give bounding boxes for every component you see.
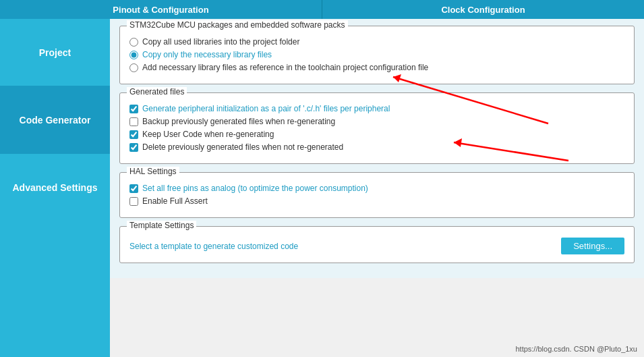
radio-add-reference-label: Add necessary library files as reference… xyxy=(142,63,428,72)
checkbox-keep-user-code-label: Keep User Code when re-generating xyxy=(142,130,274,139)
radio-copy-all[interactable] xyxy=(129,38,138,47)
radio-add-reference[interactable] xyxy=(129,63,138,72)
template-settings-section: Template Settings Select a template to g… xyxy=(119,226,635,263)
hal-checkbox-item-1: Set all free pins as analog (to optimize… xyxy=(129,184,624,193)
checkbox-delete-generated[interactable] xyxy=(129,143,138,152)
checkbox-generate-peripheral[interactable] xyxy=(129,105,138,113)
checkbox-backup-label: Backup previously generated files when r… xyxy=(142,117,335,126)
checkbox-delete-generated-label: Delete previously generated files when n… xyxy=(142,142,343,152)
hal-settings-section: HAL Settings Set all free pins as analog… xyxy=(119,172,635,218)
hal-settings-title: HAL Settings xyxy=(127,167,179,176)
watermark: https://blog.csdn. CSDN @Pluto_1xu xyxy=(515,345,637,353)
stm32cube-title: STM32Cube MCU packages and embedded soft… xyxy=(127,20,348,30)
stm32cube-radio-group: Copy all used libraries into the project… xyxy=(129,37,624,72)
content-area: STM32Cube MCU packages and embedded soft… xyxy=(110,19,644,278)
radio-copy-all-label: Copy all used libraries into the project… xyxy=(142,37,299,47)
checkbox-enable-full-assert[interactable] xyxy=(129,197,138,206)
generated-files-section: Generated files Generate peripheral init… xyxy=(119,92,635,164)
stm32cube-section: STM32Cube MCU packages and embedded soft… xyxy=(119,26,635,84)
checkbox-generate-peripheral-label: Generate peripheral initialization as a … xyxy=(142,104,390,113)
template-label: Select a template to generate customized… xyxy=(129,242,298,251)
checkbox-backup[interactable] xyxy=(129,117,138,126)
generated-files-checkbox-group: Generate peripheral initialization as a … xyxy=(129,104,624,152)
tab-clock[interactable]: Clock Configuration xyxy=(322,0,644,19)
sidebar-item-project[interactable]: Project xyxy=(0,19,110,86)
checkbox-free-pins[interactable] xyxy=(129,184,138,193)
checkbox-keep-user-code[interactable] xyxy=(129,130,138,139)
checkbox-free-pins-label: Set all free pins as analog (to optimize… xyxy=(142,184,368,193)
checkbox-item-2: Backup previously generated files when r… xyxy=(129,117,624,126)
checkbox-item-4: Delete previously generated files when n… xyxy=(129,142,624,152)
template-settings-title: Template Settings xyxy=(127,221,196,230)
radio-copy-necessary[interactable] xyxy=(129,51,138,59)
settings-button[interactable]: Settings... xyxy=(561,238,624,254)
hal-settings-checkbox-group: Set all free pins as analog (to optimize… xyxy=(129,184,624,206)
checkbox-enable-full-assert-label: Enable Full Assert xyxy=(142,196,208,206)
sidebar: Project Code Generator Advanced Settings xyxy=(0,19,110,357)
hal-checkbox-item-2: Enable Full Assert xyxy=(129,196,624,206)
top-tabs: Pinout & Configuration Clock Configurati… xyxy=(0,0,644,19)
generated-files-title: Generated files xyxy=(127,87,187,97)
checkbox-item-3: Keep User Code when re-generating xyxy=(129,130,624,139)
sidebar-item-advanced-settings[interactable]: Advanced Settings xyxy=(0,154,110,221)
sidebar-item-code-generator[interactable]: Code Generator xyxy=(0,86,110,154)
radio-item-1: Copy all used libraries into the project… xyxy=(129,37,624,47)
main-layout: Project Code Generator Advanced Settings… xyxy=(0,19,644,357)
radio-item-3: Add necessary library files as reference… xyxy=(129,63,624,72)
radio-item-2: Copy only the necessary library files xyxy=(129,50,624,59)
template-row: Select a template to generate customized… xyxy=(129,238,624,254)
checkbox-item-1: Generate peripheral initialization as a … xyxy=(129,104,624,113)
tab-pinout[interactable]: Pinout & Configuration xyxy=(0,0,322,19)
radio-copy-necessary-label: Copy only the necessary library files xyxy=(142,50,272,59)
content-wrapper: STM32Cube MCU packages and embedded soft… xyxy=(110,19,644,357)
